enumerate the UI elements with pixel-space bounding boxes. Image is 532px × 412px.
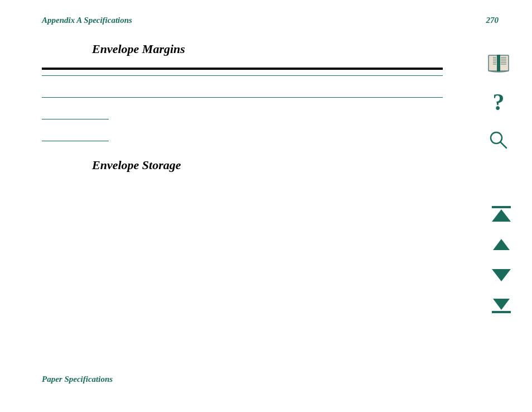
thick-divider: [42, 68, 443, 70]
next-button[interactable]: [487, 262, 515, 288]
teal-line-1: [42, 75, 443, 76]
previous-button[interactable]: [487, 232, 515, 257]
top-arrow-icon: [492, 206, 511, 222]
header-left-text: Appendix A Specifications: [42, 16, 132, 25]
envelope-margins-title: Envelope Margins: [92, 42, 443, 56]
bottom-arrow-icon: [492, 299, 511, 313]
go-to-top-button[interactable]: [487, 201, 515, 226]
search-icon: [488, 130, 509, 151]
main-content: Envelope Margins Envelope Storage: [0, 42, 476, 173]
help-icon-button[interactable]: ?: [485, 88, 512, 116]
paper-specifications-link[interactable]: Paper Specifications: [42, 375, 113, 384]
search-icon-button[interactable]: [485, 126, 512, 154]
envelope-margins-lines: [42, 68, 443, 141]
down-arrow-icon: [492, 269, 511, 281]
page-header: Appendix A Specifications 270: [0, 0, 532, 25]
page-number: 270: [486, 16, 499, 25]
go-to-bottom-button[interactable]: [487, 293, 515, 318]
navigation-arrows: [487, 201, 515, 318]
envelope-storage-title: Envelope Storage: [92, 158, 443, 173]
svg-line-14: [500, 142, 506, 148]
teal-line-2: [42, 97, 443, 98]
up-arrow-icon: [493, 239, 510, 250]
short-teal-line-2: [42, 141, 109, 141]
svg-rect-12: [497, 55, 500, 71]
book-icon: [486, 52, 511, 76]
book-icon-button[interactable]: [485, 50, 512, 78]
sidebar-icons: ?: [482, 50, 515, 154]
short-teal-line-1: [42, 119, 109, 119]
help-icon: ?: [493, 90, 505, 114]
